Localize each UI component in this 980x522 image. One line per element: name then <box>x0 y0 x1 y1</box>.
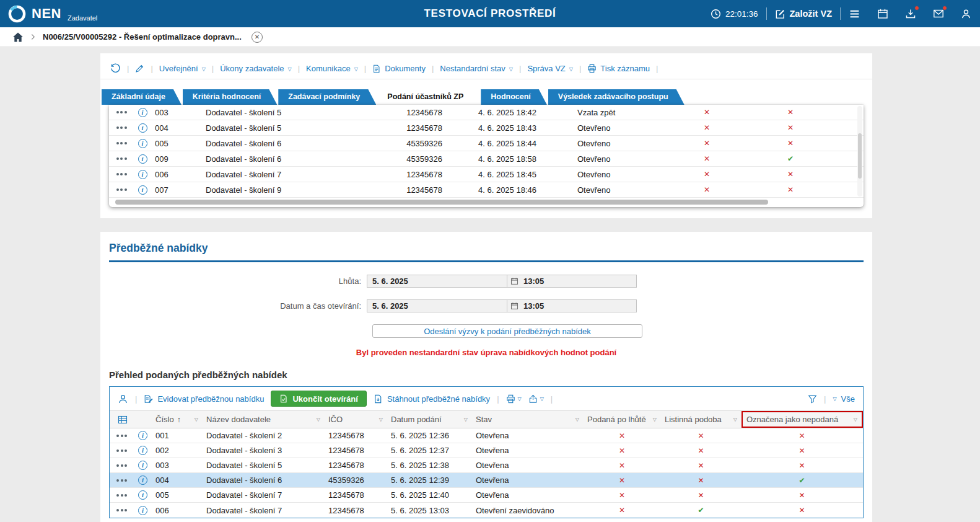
row-info-button[interactable]: i <box>134 136 151 151</box>
finish-opening-button[interactable]: Ukončit otevírání <box>271 391 366 407</box>
column-header-1[interactable]: Název dodavatele▽ <box>203 411 325 428</box>
column-header-4[interactable]: Stav▽ <box>472 411 584 428</box>
print-button[interactable]: ▽ <box>506 394 522 404</box>
create-vz-button[interactable]: Založit VZ <box>775 9 832 19</box>
columns-settings-button[interactable] <box>110 411 152 428</box>
toolbar-item-1[interactable]: Úkony zadavatele▽ <box>220 64 292 73</box>
row-actions-button[interactable] <box>109 136 134 151</box>
nen-logo[interactable]: NEN Zadavatel <box>7 0 97 27</box>
cell-dodavatel: Dodavatel - školení 7 <box>202 167 394 182</box>
scrollbar-thumb[interactable] <box>858 133 862 179</box>
row-info-button[interactable]: i <box>134 476 152 485</box>
messages-button[interactable] <box>933 8 944 19</box>
tab-0[interactable]: Základní údaje <box>102 89 182 105</box>
row-info-button[interactable]: i <box>134 461 152 470</box>
send-invitation-button[interactable]: Odeslání výzvy k podání předběžných nabí… <box>372 324 642 338</box>
lhuta-time-input[interactable]: 13:05 <box>507 275 636 287</box>
tab-3[interactable]: Podání účastníků ZP <box>377 89 479 105</box>
table-row[interactable]: i006Dodavatel - školení 7123456784. 6. 2… <box>109 167 864 182</box>
divider: | <box>432 64 434 73</box>
toolbar-item-0[interactable]: Uveřejnění▽ <box>159 64 206 73</box>
column-header-5[interactable]: Podaná po lhůtě▽ <box>584 411 661 428</box>
close-record-button[interactable]: ✕ <box>252 32 263 43</box>
tab-2[interactable]: Zadávací podmínky <box>278 89 376 105</box>
tab-4[interactable]: Hodnocení <box>481 89 547 105</box>
tab-1[interactable]: Kritéria hodnocení <box>183 89 277 105</box>
row-actions-button[interactable] <box>109 167 134 182</box>
table-row[interactable]: i003Dodavatel - školení 5123456785. 6. 2… <box>110 458 863 473</box>
filter-button[interactable] <box>808 394 817 404</box>
offers-rows: i001Dodavatel - školení 2123456785. 6. 2… <box>110 428 863 518</box>
column-header-2[interactable]: IČO▽ <box>325 411 387 428</box>
row-info-button[interactable]: i <box>134 105 151 120</box>
row-info-button[interactable]: i <box>134 490 152 500</box>
export-button[interactable]: ▽ <box>528 394 544 404</box>
table-row[interactable]: i006Dodavatel - školení 7123456785. 6. 2… <box>110 503 863 518</box>
table-row[interactable]: i004Dodavatel - školení 5123456784. 6. 2… <box>109 120 864 136</box>
download-offers-button[interactable]: Stáhnout předběžné nabídky <box>374 394 490 404</box>
toolbar-item-4[interactable]: Nestandardní stav▽ <box>440 64 513 73</box>
calendar-button[interactable] <box>877 8 888 19</box>
toolbar-item-label: Nestandardní stav <box>440 64 505 73</box>
row-actions-button[interactable] <box>110 435 134 437</box>
row-actions-button[interactable] <box>110 464 134 467</box>
cell-cislo: 004 <box>152 476 203 485</box>
table-row[interactable]: i007Dodavatel - školení 9123456784. 6. 2… <box>109 182 864 198</box>
row-actions-button[interactable] <box>109 105 134 120</box>
column-header-6[interactable]: Listinná podoba▽ <box>661 411 742 428</box>
row-info-button[interactable]: i <box>134 446 152 455</box>
lhuta-date-input[interactable]: 5. 6. 2025 <box>367 275 507 287</box>
toolbar-item-5[interactable]: Správa VZ▽ <box>527 64 573 73</box>
horizontal-scrollbar[interactable] <box>109 198 864 207</box>
cell-stav: Vzata zpět <box>574 105 667 120</box>
cell-stav: Otevřena <box>472 431 584 440</box>
column-label: Podaná po lhůtě <box>587 415 646 424</box>
column-header-7[interactable]: Označena jako nepodaná▽ <box>742 411 863 428</box>
table-row[interactable]: i005Dodavatel - školení 6453593264. 6. 2… <box>109 136 864 151</box>
participants-button[interactable] <box>118 394 128 404</box>
history-icon[interactable] <box>110 63 121 74</box>
view-all-dropdown[interactable]: ▽Vše <box>833 394 855 404</box>
row-info-button[interactable]: i <box>134 506 152 515</box>
row-info-button[interactable]: i <box>134 151 151 166</box>
scrollbar-thumb[interactable] <box>115 200 768 205</box>
divider: | <box>497 394 499 404</box>
breadcrumb-record[interactable]: N006/25/V00005292 - Řešení optimalizace … <box>43 32 242 42</box>
menu-button[interactable] <box>849 8 860 20</box>
table-row[interactable]: i005Dodavatel - školení 7123456785. 6. 2… <box>110 488 863 503</box>
row-info-button[interactable]: i <box>134 182 151 197</box>
edit-icon[interactable] <box>135 64 144 73</box>
table-row[interactable]: i002Dodavatel - školení 3123456785. 6. 2… <box>110 443 863 458</box>
table-row[interactable]: i009Dodavatel - školení 6453593264. 6. 2… <box>109 151 864 167</box>
oteviranni-time-input[interactable]: 13:05 <box>507 300 636 312</box>
register-offer-button[interactable]: Evidovat předběžnou nabídku <box>144 394 264 404</box>
row-actions-button[interactable] <box>109 182 134 197</box>
downloads-button[interactable] <box>905 8 916 19</box>
calendar-icon[interactable] <box>510 277 518 285</box>
calendar-icon[interactable] <box>510 302 518 310</box>
row-info-button[interactable]: i <box>134 167 151 182</box>
toolbar-item-6[interactable]: Tisk záznamu <box>587 64 650 73</box>
cell-flag2: ✕ <box>747 120 834 135</box>
profile-button[interactable] <box>961 9 971 19</box>
table-row[interactable]: i003Dodavatel - školení 5123456784. 6. 2… <box>109 105 864 120</box>
row-actions-button[interactable] <box>110 449 134 452</box>
oteviranni-date-input[interactable]: 5. 6. 2025 <box>367 300 507 312</box>
row-actions-button[interactable] <box>110 509 134 511</box>
vertical-scrollbar[interactable] <box>857 106 862 197</box>
row-actions-button[interactable] <box>110 494 134 497</box>
divider <box>766 7 767 20</box>
row-actions-button[interactable] <box>109 151 134 166</box>
row-actions-button[interactable] <box>110 479 134 482</box>
toolbar-item-2[interactable]: Komunikace▽ <box>306 64 358 73</box>
row-info-button[interactable]: i <box>134 120 151 135</box>
tab-5[interactable]: Výsledek zadávacího postupu <box>548 89 685 105</box>
column-header-3[interactable]: Datum podání▽ <box>387 411 472 428</box>
table-row[interactable]: i001Dodavatel - školení 2123456785. 6. 2… <box>110 428 863 443</box>
table-row[interactable]: i004Dodavatel - školení 6453593265. 6. 2… <box>110 473 863 488</box>
row-info-button[interactable]: i <box>134 431 152 440</box>
column-header-0[interactable]: Číslo↑▽ <box>152 411 203 428</box>
toolbar-item-3[interactable]: Dokumenty <box>372 64 426 73</box>
row-actions-button[interactable] <box>109 120 134 135</box>
home-button[interactable] <box>12 32 24 43</box>
